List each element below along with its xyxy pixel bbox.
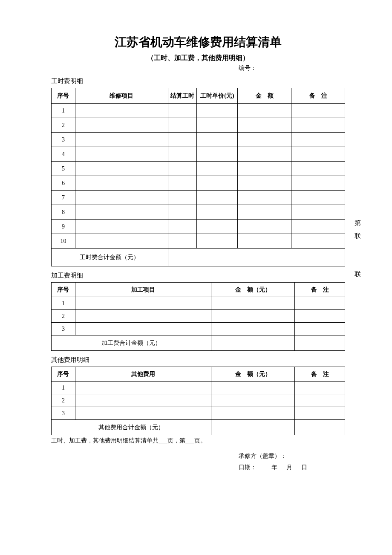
cell-note bbox=[295, 382, 345, 394]
total-value bbox=[211, 335, 295, 351]
cell-item bbox=[75, 176, 168, 191]
other-fee-table: 序号 其他费用 金 额（元） 备 注 1 2 3 其他费用合计金额（元） bbox=[51, 367, 345, 435]
cell-seq: 7 bbox=[52, 191, 75, 205]
table-row: 2 bbox=[52, 310, 345, 323]
table-row: 2 bbox=[52, 394, 345, 407]
cell-item bbox=[75, 297, 211, 310]
cell-item bbox=[75, 118, 168, 133]
table-row: 6 bbox=[52, 176, 345, 191]
th-hours: 结算工时 bbox=[168, 88, 197, 104]
cell-hours bbox=[168, 162, 197, 176]
table-row: 5 bbox=[52, 162, 345, 176]
cell-hours bbox=[168, 234, 197, 249]
cell-item bbox=[75, 205, 168, 220]
cell-note bbox=[291, 205, 345, 220]
th-seq: 序号 bbox=[52, 88, 75, 104]
total-label: 加工费合计金额（元） bbox=[52, 335, 211, 351]
cell-seq: 4 bbox=[52, 147, 75, 162]
total-note bbox=[295, 335, 345, 351]
table-header-row: 序号 加工项目 金 额（元） 备 注 bbox=[52, 283, 345, 297]
cell-note bbox=[295, 297, 345, 310]
cell-note bbox=[291, 234, 345, 249]
cell-note bbox=[295, 407, 345, 420]
cell-price bbox=[197, 234, 238, 249]
cell-amount bbox=[238, 234, 291, 249]
th-item: 加工项目 bbox=[75, 283, 211, 297]
side-char: 联 bbox=[355, 229, 361, 242]
cell-hours bbox=[168, 176, 197, 191]
cell-hours bbox=[168, 205, 197, 220]
th-amount: 金 额（元） bbox=[211, 283, 295, 297]
cell-note bbox=[291, 220, 345, 234]
cell-price bbox=[197, 205, 238, 220]
cell-item bbox=[75, 191, 168, 205]
cell-price bbox=[197, 147, 238, 162]
cell-hours bbox=[168, 104, 197, 118]
page-subtitle: （工时、加工费，其他费用明细） bbox=[51, 54, 345, 63]
cell-seq: 10 bbox=[52, 234, 75, 249]
page-title: 江苏省机动车维修费用结算清单 bbox=[51, 34, 345, 50]
table-row: 3 bbox=[52, 407, 345, 420]
page-count-note: 工时、加工费，其他费用明细结算清单共___页，第___页。 bbox=[51, 437, 345, 445]
cell-amount bbox=[211, 407, 295, 420]
cell-note bbox=[295, 310, 345, 323]
sign-contractor-label: 承修方（盖章）： bbox=[239, 451, 345, 462]
cell-amount bbox=[238, 176, 291, 191]
cell-seq: 6 bbox=[52, 176, 75, 191]
th-note: 备 注 bbox=[295, 283, 345, 297]
cell-item bbox=[75, 394, 211, 407]
date-month: 月 bbox=[286, 464, 292, 471]
section3-label: 其他费用明细 bbox=[51, 356, 345, 364]
date-label: 日期： bbox=[239, 464, 257, 471]
cell-item bbox=[75, 310, 211, 323]
table-row: 1 bbox=[52, 382, 345, 394]
cell-price bbox=[197, 133, 238, 147]
cell-note bbox=[291, 147, 345, 162]
cell-item bbox=[75, 133, 168, 147]
table-row: 1 bbox=[52, 297, 345, 310]
cell-note bbox=[295, 394, 345, 407]
table-row: 8 bbox=[52, 205, 345, 220]
cell-item bbox=[75, 220, 168, 234]
cell-amount bbox=[211, 310, 295, 323]
th-amount: 金 额（元） bbox=[211, 367, 295, 382]
cell-amount bbox=[238, 118, 291, 133]
cell-seq: 1 bbox=[52, 382, 75, 394]
total-row: 加工费合计金额（元） bbox=[52, 335, 345, 351]
cell-note bbox=[291, 118, 345, 133]
cell-seq: 2 bbox=[52, 118, 75, 133]
signature-block: 承修方（盖章）： 日期： 年 月 日 bbox=[239, 451, 345, 473]
th-unit-price: 工时单价(元) bbox=[197, 88, 238, 104]
cell-seq: 2 bbox=[52, 310, 75, 323]
table-row: 9 bbox=[52, 220, 345, 234]
total-row: 工时费合计金额（元） bbox=[52, 249, 345, 266]
cell-item bbox=[75, 162, 168, 176]
cell-item bbox=[75, 147, 168, 162]
cell-amount bbox=[211, 394, 295, 407]
cell-amount bbox=[211, 323, 295, 335]
cell-seq: 1 bbox=[52, 104, 75, 118]
cell-price bbox=[197, 176, 238, 191]
th-note: 备 注 bbox=[291, 88, 345, 104]
cell-hours bbox=[168, 147, 197, 162]
total-value bbox=[168, 249, 345, 266]
total-row: 其他费用合计金额（元） bbox=[52, 420, 345, 435]
cell-note bbox=[291, 162, 345, 176]
cell-seq: 3 bbox=[52, 133, 75, 147]
side-note-copy-2: 联 bbox=[355, 268, 361, 280]
th-item: 其他费用 bbox=[75, 367, 211, 382]
cell-note bbox=[291, 191, 345, 205]
cell-item bbox=[75, 104, 168, 118]
table-row: 7 bbox=[52, 191, 345, 205]
cell-amount bbox=[238, 133, 291, 147]
cell-price bbox=[197, 162, 238, 176]
total-value bbox=[211, 420, 295, 435]
cell-price bbox=[197, 220, 238, 234]
sign-date-line: 日期： 年 月 日 bbox=[239, 462, 345, 474]
cell-amount bbox=[238, 162, 291, 176]
th-amount: 金 额 bbox=[238, 88, 291, 104]
cell-amount bbox=[238, 205, 291, 220]
cell-note bbox=[291, 104, 345, 118]
table-row: 4 bbox=[52, 147, 345, 162]
cell-note bbox=[291, 133, 345, 147]
